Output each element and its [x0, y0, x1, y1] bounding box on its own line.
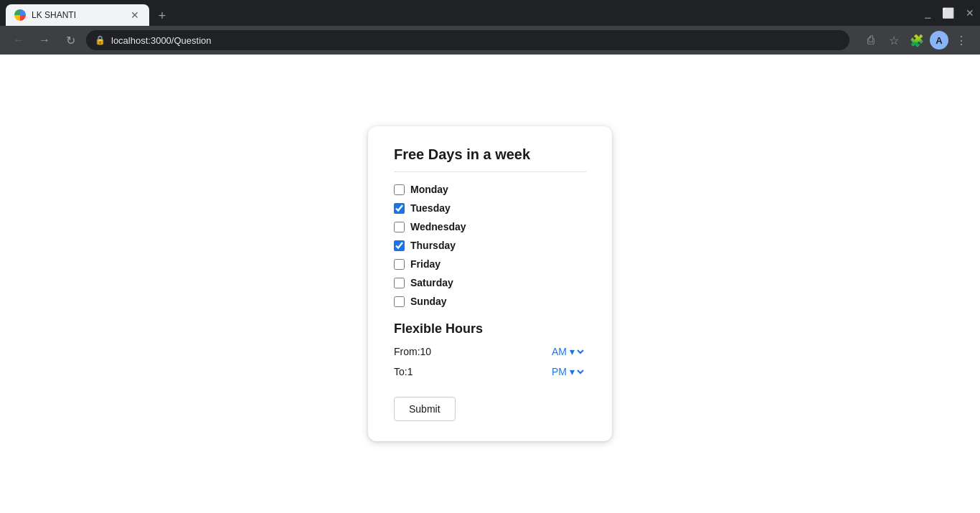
reload-button[interactable]: ↻: [60, 30, 80, 50]
wednesday-label: Wednesday: [410, 221, 466, 232]
tab-bar: LK SHANTI ✕ +: [6, 0, 919, 26]
new-tab-button[interactable]: +: [152, 6, 172, 26]
sunday-label: Sunday: [410, 296, 447, 307]
days-checkbox-group: Monday Tuesday Wednesday Thursday Friday: [394, 184, 586, 307]
from-label: From:10: [394, 346, 451, 357]
address-field[interactable]: 🔒 localhost:3000/Question: [86, 30, 849, 50]
lock-icon: 🔒: [95, 35, 105, 45]
to-label: To:1: [394, 366, 451, 377]
to-ampm-select[interactable]: AM ▾ PM ▾: [549, 365, 586, 378]
wednesday-checkbox-item[interactable]: Wednesday: [394, 221, 586, 232]
friday-checkbox[interactable]: [394, 259, 405, 270]
close-window-button[interactable]: ✕: [966, 7, 974, 19]
monday-checkbox-item[interactable]: Monday: [394, 184, 586, 195]
extensions-icon[interactable]: 🧩: [907, 30, 927, 50]
submit-button[interactable]: Submit: [394, 397, 456, 421]
forward-button[interactable]: →: [34, 30, 55, 50]
wednesday-checkbox[interactable]: [394, 222, 405, 232]
friday-checkbox-item[interactable]: Friday: [394, 258, 586, 270]
tab-favicon: [14, 9, 26, 21]
card-title: Free Days in a week: [394, 146, 586, 163]
page-content: Free Days in a week Monday Tuesday Wedne…: [0, 55, 980, 513]
share-icon[interactable]: ⎙: [861, 30, 881, 50]
window-controls: ⎯ ⬜ ✕: [925, 7, 974, 19]
thursday-label: Thursday: [410, 240, 456, 251]
friday-label: Friday: [410, 258, 440, 270]
from-ampm[interactable]: AM ▾ PM ▾: [549, 345, 586, 358]
sunday-checkbox[interactable]: [394, 296, 405, 307]
minimize-button[interactable]: ⎯: [925, 7, 930, 19]
monday-label: Monday: [410, 184, 448, 195]
back-button[interactable]: ←: [9, 30, 29, 50]
monday-checkbox[interactable]: [394, 184, 405, 195]
thursday-checkbox-item[interactable]: Thursday: [394, 240, 586, 251]
avatar[interactable]: A: [930, 31, 948, 50]
from-time-row: From:10 AM ▾ PM ▾: [394, 345, 586, 358]
bookmark-icon[interactable]: ☆: [884, 30, 904, 50]
saturday-checkbox[interactable]: [394, 278, 405, 288]
tuesday-checkbox[interactable]: [394, 203, 405, 214]
menu-icon[interactable]: ⋮: [951, 30, 971, 50]
sunday-checkbox-item[interactable]: Sunday: [394, 296, 586, 307]
maximize-button[interactable]: ⬜: [942, 7, 954, 19]
url-text: localhost:3000/Question: [111, 35, 211, 46]
tab-title: LK SHANTI: [32, 10, 123, 20]
close-tab-button[interactable]: ✕: [129, 9, 141, 21]
divider: [394, 171, 586, 172]
card: Free Days in a week Monday Tuesday Wedne…: [368, 126, 612, 441]
title-bar: LK SHANTI ✕ + ⎯ ⬜ ✕: [0, 0, 980, 26]
to-time-row: To:1 AM ▾ PM ▾: [394, 365, 586, 378]
saturday-checkbox-item[interactable]: Saturday: [394, 277, 586, 288]
address-bar: ← → ↻ 🔒 localhost:3000/Question ⎙ ☆ 🧩 A …: [0, 26, 980, 55]
from-ampm-select[interactable]: AM ▾ PM ▾: [549, 345, 586, 358]
to-ampm[interactable]: AM ▾ PM ▾: [549, 365, 586, 378]
tuesday-checkbox-item[interactable]: Tuesday: [394, 202, 586, 214]
flexible-hours-title: Flexible Hours: [394, 321, 586, 336]
toolbar-icons: ⎙ ☆ 🧩 A ⋮: [861, 30, 971, 50]
active-tab[interactable]: LK SHANTI ✕: [6, 4, 149, 26]
thursday-checkbox[interactable]: [394, 240, 405, 251]
saturday-label: Saturday: [410, 277, 453, 288]
tuesday-label: Tuesday: [410, 202, 451, 214]
